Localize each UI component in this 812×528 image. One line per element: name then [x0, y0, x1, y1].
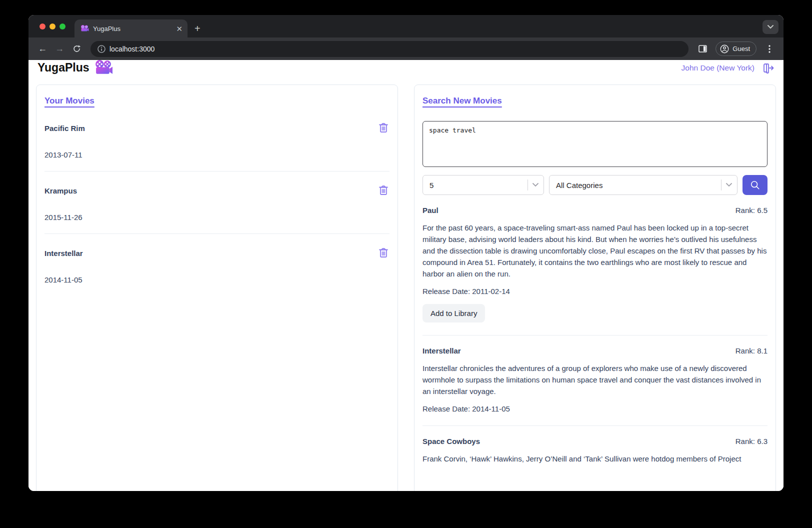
search-result: Space Cowboys Rank: 6.3 Frank Corvin, ‘H… [422, 437, 768, 464]
tab-search-button[interactable] [762, 20, 778, 34]
movie-camera-logo-icon [94, 60, 113, 76]
side-panel-icon [698, 45, 707, 52]
browser-tab[interactable]: YugaPlus ✕ [74, 20, 188, 38]
trash-icon [378, 122, 388, 133]
movie-date: 2014-11-05 [44, 276, 390, 284]
side-panel-button[interactable] [696, 42, 710, 56]
result-description: Interstellar chronicles the adventures o… [422, 362, 768, 397]
kebab-menu-icon [768, 45, 770, 53]
search-query-input[interactable]: space travel [422, 121, 768, 167]
divider [44, 234, 390, 234]
app-title: YugaPlus [38, 61, 90, 74]
movie-date: 2013-07-11 [44, 150, 390, 159]
library-item: Interstellar 2014-11-05 [44, 246, 390, 284]
address-bar[interactable]: localhost:3000 [90, 41, 688, 57]
search-button[interactable] [742, 175, 768, 195]
result-limit-value: 5 [430, 181, 528, 190]
result-rank: Rank: 6.5 [736, 206, 768, 214]
search-panel: Search New Movies space travel 5 All Cat… [414, 84, 776, 491]
result-description: Frank Corvin, ‘Hawk’ Hawkins, Jerry O’Ne… [422, 453, 768, 464]
trash-icon [378, 184, 388, 196]
movie-name: Pacific Rim [44, 124, 85, 132]
main-content: Your Movies Pacific Rim [28, 76, 784, 491]
person-icon [720, 44, 729, 54]
browser-menu-button[interactable] [762, 42, 776, 56]
movie-name: Interstellar [44, 249, 83, 258]
trash-icon [378, 247, 388, 258]
profile-button[interactable]: Guest [716, 42, 756, 56]
add-to-library-button[interactable]: Add to Library [422, 304, 485, 322]
result-name: Space Cowboys [422, 437, 480, 446]
profile-label: Guest [732, 45, 750, 52]
delete-movie-button[interactable] [378, 184, 390, 198]
user-name-link[interactable]: John Doe (New York) [682, 64, 754, 72]
chevron-down-icon [726, 183, 732, 187]
result-release-date: Release Date: 2011-02-14 [422, 287, 768, 296]
search-result: Interstellar Rank: 8.1 Interstellar chro… [422, 346, 768, 413]
window-controls [28, 15, 74, 38]
delete-movie-button[interactable] [378, 121, 390, 136]
maximize-window-button[interactable] [60, 24, 66, 30]
back-button[interactable]: ← [36, 42, 50, 56]
result-description: For the past 60 years, a space-traveling… [422, 222, 768, 280]
url-text: localhost:3000 [110, 45, 154, 53]
app-header: YugaPlus John Do [28, 60, 784, 76]
tab-title: YugaPlus [93, 25, 172, 32]
tab-close-icon[interactable]: ✕ [176, 25, 182, 32]
result-rank: Rank: 8.1 [736, 346, 768, 355]
search-title: Search New Movies [422, 96, 502, 106]
logout-icon[interactable] [762, 62, 774, 74]
delete-movie-button[interactable] [378, 246, 390, 260]
result-rank: Rank: 6.3 [736, 437, 768, 446]
library-title: Your Movies [44, 96, 94, 106]
chevron-down-icon [768, 25, 774, 29]
movie-camera-favicon [80, 25, 89, 32]
site-info-icon[interactable] [98, 45, 106, 53]
select-divider [528, 180, 528, 190]
user-area: John Doe (New York) [682, 62, 774, 74]
chevron-down-icon [532, 183, 538, 187]
result-limit-select[interactable]: 5 [422, 175, 544, 195]
result-name: Interstellar [422, 346, 461, 355]
new-tab-button[interactable]: + [194, 23, 200, 34]
browser-window: YugaPlus ✕ + ← → localhost:3000 [28, 15, 784, 491]
reload-button[interactable] [70, 42, 84, 56]
brand: YugaPlus [38, 60, 113, 76]
category-value: All Categories [556, 181, 721, 190]
library-item: Pacific Rim 2013-07-11 [44, 121, 390, 159]
minimize-window-button[interactable] [50, 24, 56, 30]
result-release-date: Release Date: 2014-11-05 [422, 404, 768, 413]
search-result: Paul Rank: 6.5 For the past 60 years, a … [422, 206, 768, 322]
library-item: Krampus 2015-11-26 [44, 184, 390, 222]
divider [422, 335, 768, 336]
divider [422, 426, 768, 426]
search-icon [750, 180, 760, 190]
movie-name: Krampus [44, 186, 77, 195]
forward-button[interactable]: → [52, 42, 66, 56]
reload-icon [72, 44, 81, 53]
result-name: Paul [422, 206, 438, 214]
category-select[interactable]: All Categories [549, 175, 738, 195]
tab-strip: YugaPlus ✕ + [28, 15, 784, 38]
close-window-button[interactable] [40, 24, 46, 30]
browser-toolbar: ← → localhost:3000 [28, 38, 784, 60]
search-controls: 5 All Categories [422, 175, 768, 195]
select-divider [721, 180, 722, 190]
library-panel: Your Movies Pacific Rim [36, 84, 398, 491]
movie-date: 2015-11-26 [44, 213, 390, 222]
divider [44, 171, 390, 172]
app-page: YugaPlus John Do [28, 60, 784, 491]
